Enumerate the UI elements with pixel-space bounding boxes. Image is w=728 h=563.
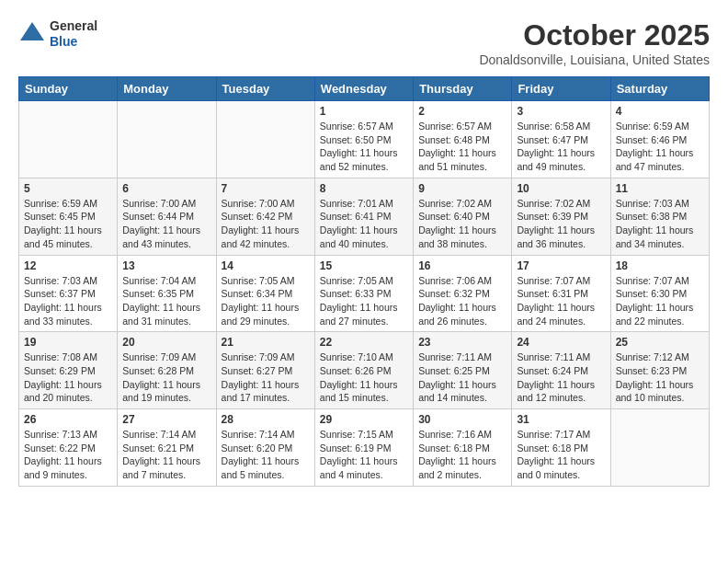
day-info-23: Sunrise: 7:11 AMSunset: 6:25 PMDaylight:…	[418, 350, 506, 405]
day-cell-3: 3Sunrise: 6:58 AMSunset: 6:47 PMDaylight…	[512, 101, 610, 178]
day-info-16: Sunrise: 7:06 AMSunset: 6:32 PMDaylight:…	[418, 274, 506, 328]
weekday-header-thursday: Thursday	[414, 77, 512, 101]
week-row-3: 12Sunrise: 7:03 AMSunset: 6:37 PMDayligh…	[19, 255, 710, 332]
day-cell-24: 24Sunrise: 7:11 AMSunset: 6:24 PMDayligh…	[512, 332, 610, 409]
empty-cell-w0-c1	[118, 101, 216, 178]
day-cell-26: 26Sunrise: 7:13 AMSunset: 6:22 PMDayligh…	[19, 409, 118, 487]
day-cell-14: 14Sunrise: 7:05 AMSunset: 6:34 PMDayligh…	[216, 255, 314, 332]
day-number-11: 11	[616, 182, 704, 195]
day-number-6: 6	[122, 182, 210, 195]
day-cell-1: 1Sunrise: 6:57 AMSunset: 6:50 PMDaylight…	[314, 101, 413, 178]
weekday-header-friday: Friday	[512, 77, 610, 101]
day-number-25: 25	[616, 336, 704, 349]
day-info-6: Sunrise: 7:00 AMSunset: 6:44 PMDaylight:…	[122, 197, 210, 251]
day-number-10: 10	[517, 182, 605, 195]
day-number-1: 1	[320, 105, 408, 118]
empty-cell-w0-c0	[19, 101, 118, 178]
day-number-17: 17	[517, 259, 605, 272]
day-info-8: Sunrise: 7:01 AMSunset: 6:41 PMDaylight:…	[320, 197, 408, 251]
day-number-16: 16	[418, 259, 506, 272]
day-info-12: Sunrise: 7:03 AMSunset: 6:37 PMDaylight:…	[24, 274, 112, 328]
day-number-5: 5	[24, 182, 112, 195]
day-cell-6: 6Sunrise: 7:00 AMSunset: 6:44 PMDaylight…	[118, 178, 216, 255]
day-info-30: Sunrise: 7:16 AMSunset: 6:18 PMDaylight:…	[418, 428, 506, 482]
day-cell-7: 7Sunrise: 7:00 AMSunset: 6:42 PMDaylight…	[216, 178, 314, 255]
day-cell-19: 19Sunrise: 7:08 AMSunset: 6:29 PMDayligh…	[19, 332, 118, 409]
day-cell-12: 12Sunrise: 7:03 AMSunset: 6:37 PMDayligh…	[19, 255, 118, 332]
day-info-7: Sunrise: 7:00 AMSunset: 6:42 PMDaylight:…	[222, 197, 310, 251]
day-number-19: 19	[24, 336, 112, 349]
day-number-31: 31	[517, 413, 605, 426]
empty-cell-w0-c2	[216, 101, 314, 178]
day-info-13: Sunrise: 7:04 AMSunset: 6:35 PMDaylight:…	[122, 274, 210, 328]
day-number-9: 9	[418, 182, 506, 195]
day-number-18: 18	[616, 259, 704, 272]
logo-icon	[18, 20, 46, 48]
day-info-17: Sunrise: 7:07 AMSunset: 6:31 PMDaylight:…	[517, 274, 605, 328]
day-cell-25: 25Sunrise: 7:12 AMSunset: 6:23 PMDayligh…	[610, 332, 709, 409]
day-cell-21: 21Sunrise: 7:09 AMSunset: 6:27 PMDayligh…	[216, 332, 314, 409]
page-header: General Blue October 2025 Donaldsonville…	[18, 18, 710, 67]
day-info-9: Sunrise: 7:02 AMSunset: 6:40 PMDaylight:…	[418, 197, 506, 251]
day-info-4: Sunrise: 6:59 AMSunset: 6:46 PMDaylight:…	[616, 120, 704, 174]
week-row-5: 26Sunrise: 7:13 AMSunset: 6:22 PMDayligh…	[19, 409, 710, 487]
day-number-24: 24	[517, 336, 605, 349]
day-number-26: 26	[24, 413, 112, 426]
day-cell-8: 8Sunrise: 7:01 AMSunset: 6:41 PMDaylight…	[314, 178, 413, 255]
week-row-4: 19Sunrise: 7:08 AMSunset: 6:29 PMDayligh…	[19, 332, 710, 409]
day-cell-16: 16Sunrise: 7:06 AMSunset: 6:32 PMDayligh…	[414, 255, 512, 332]
weekday-header-wednesday: Wednesday	[314, 77, 413, 101]
day-number-15: 15	[320, 259, 408, 272]
svg-marker-0	[20, 22, 44, 40]
day-cell-23: 23Sunrise: 7:11 AMSunset: 6:25 PMDayligh…	[414, 332, 512, 409]
day-number-21: 21	[222, 336, 310, 349]
day-info-22: Sunrise: 7:10 AMSunset: 6:26 PMDaylight:…	[320, 350, 408, 405]
day-cell-18: 18Sunrise: 7:07 AMSunset: 6:30 PMDayligh…	[610, 255, 709, 332]
empty-cell-w4-c6	[610, 409, 709, 487]
day-number-29: 29	[320, 413, 408, 426]
day-info-28: Sunrise: 7:14 AMSunset: 6:20 PMDaylight:…	[222, 428, 310, 482]
day-cell-13: 13Sunrise: 7:04 AMSunset: 6:35 PMDayligh…	[118, 255, 216, 332]
day-info-25: Sunrise: 7:12 AMSunset: 6:23 PMDaylight:…	[616, 350, 704, 405]
day-cell-17: 17Sunrise: 7:07 AMSunset: 6:31 PMDayligh…	[512, 255, 610, 332]
day-number-4: 4	[616, 105, 704, 118]
day-cell-11: 11Sunrise: 7:03 AMSunset: 6:38 PMDayligh…	[610, 178, 709, 255]
day-number-2: 2	[418, 105, 506, 118]
day-number-13: 13	[122, 259, 210, 272]
day-number-3: 3	[517, 105, 605, 118]
day-cell-5: 5Sunrise: 6:59 AMSunset: 6:45 PMDaylight…	[19, 178, 118, 255]
day-number-28: 28	[222, 413, 310, 426]
day-info-24: Sunrise: 7:11 AMSunset: 6:24 PMDaylight:…	[517, 350, 605, 405]
day-cell-29: 29Sunrise: 7:15 AMSunset: 6:19 PMDayligh…	[314, 409, 413, 487]
logo-blue-text: Blue	[50, 34, 97, 50]
day-info-26: Sunrise: 7:13 AMSunset: 6:22 PMDaylight:…	[24, 428, 112, 482]
day-cell-2: 2Sunrise: 6:57 AMSunset: 6:48 PMDaylight…	[414, 101, 512, 178]
day-info-2: Sunrise: 6:57 AMSunset: 6:48 PMDaylight:…	[418, 120, 506, 174]
day-info-10: Sunrise: 7:02 AMSunset: 6:39 PMDaylight:…	[517, 197, 605, 251]
weekday-header-row: SundayMondayTuesdayWednesdayThursdayFrid…	[19, 77, 710, 101]
day-number-12: 12	[24, 259, 112, 272]
weekday-header-tuesday: Tuesday	[216, 77, 314, 101]
day-number-23: 23	[418, 336, 506, 349]
day-cell-20: 20Sunrise: 7:09 AMSunset: 6:28 PMDayligh…	[118, 332, 216, 409]
day-cell-28: 28Sunrise: 7:14 AMSunset: 6:20 PMDayligh…	[216, 409, 314, 487]
month-title: October 2025	[479, 18, 710, 52]
day-info-11: Sunrise: 7:03 AMSunset: 6:38 PMDaylight:…	[616, 197, 704, 251]
location-text: Donaldsonville, Louisiana, United States	[479, 52, 710, 67]
logo: General Blue	[18, 18, 97, 50]
day-cell-15: 15Sunrise: 7:05 AMSunset: 6:33 PMDayligh…	[314, 255, 413, 332]
day-info-19: Sunrise: 7:08 AMSunset: 6:29 PMDaylight:…	[24, 350, 112, 405]
week-row-2: 5Sunrise: 6:59 AMSunset: 6:45 PMDaylight…	[19, 178, 710, 255]
day-cell-10: 10Sunrise: 7:02 AMSunset: 6:39 PMDayligh…	[512, 178, 610, 255]
day-number-22: 22	[320, 336, 408, 349]
calendar-table: SundayMondayTuesdayWednesdayThursdayFrid…	[18, 76, 710, 487]
week-row-1: 1Sunrise: 6:57 AMSunset: 6:50 PMDaylight…	[19, 101, 710, 178]
weekday-header-monday: Monday	[118, 77, 216, 101]
day-cell-4: 4Sunrise: 6:59 AMSunset: 6:46 PMDaylight…	[610, 101, 709, 178]
day-cell-30: 30Sunrise: 7:16 AMSunset: 6:18 PMDayligh…	[414, 409, 512, 487]
day-info-31: Sunrise: 7:17 AMSunset: 6:18 PMDaylight:…	[517, 428, 605, 482]
logo-general-text: General	[50, 18, 97, 34]
day-info-1: Sunrise: 6:57 AMSunset: 6:50 PMDaylight:…	[320, 120, 408, 174]
day-info-14: Sunrise: 7:05 AMSunset: 6:34 PMDaylight:…	[222, 274, 310, 328]
day-number-14: 14	[222, 259, 310, 272]
